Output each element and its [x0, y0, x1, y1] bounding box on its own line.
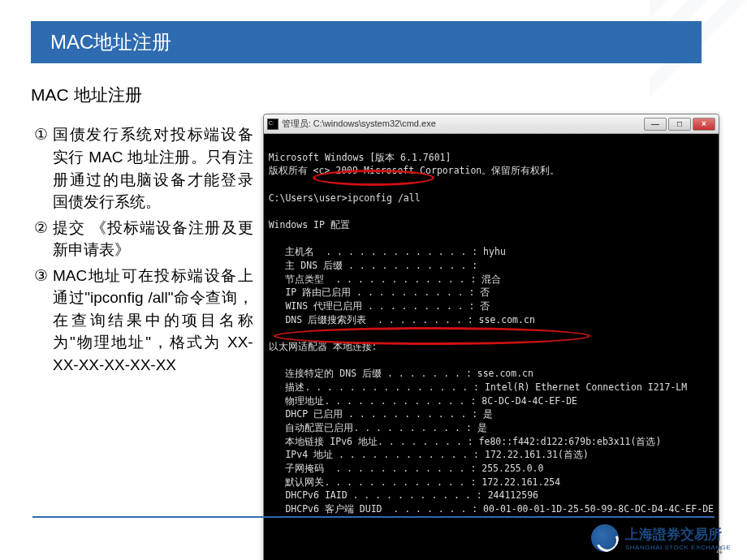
cmd-line: DNS 后缀搜索列表 . . . . . . . . : sse.com.cn [269, 314, 535, 325]
bullet-text: 国债发行系统对投标端设备实行 MAC 地址注册。只有注册通过的电脑设备才能登录国… [53, 123, 253, 213]
window-buttons: — □ × [644, 118, 715, 131]
cmd-line: 子网掩码 . . . . . . . . . . . . : 255.255.0… [269, 463, 544, 474]
bullet-text: MAC地址可在投标端设备上通过"ipconfig /all"命令查询，在查询结果… [53, 265, 253, 377]
page-number: 4 [716, 544, 723, 557]
cmd-line: 物理地址. . . . . . . . . . . . . : 8C-DC-D4… [269, 395, 577, 407]
highlight-oval-mac [274, 327, 590, 345]
cmd-body: Microsoft Windows [版本 6.1.7601] 版权所有 <c>… [264, 134, 719, 560]
cmd-line: 本地链接 IPv6 地址. . . . . . . . : fe80::f442… [269, 436, 662, 447]
close-button[interactable]: × [693, 118, 715, 131]
cmd-line: Windows IP 配置 [269, 219, 350, 230]
bullet-number: ② [34, 217, 48, 261]
maximize-button[interactable]: □ [668, 118, 691, 131]
sse-logo-icon [591, 524, 619, 552]
cmd-line: DHCPv6 IAID . . . . . . . . . . . : 2441… [269, 489, 538, 501]
cmd-line: 默认网关. . . . . . . . . . . . . : 172.22.1… [269, 476, 561, 488]
cmd-line: 描述. . . . . . . . . . . . . . . : Intel(… [269, 381, 688, 393]
org-name-cn: 上海證券交易所 [625, 525, 731, 544]
cmd-line: 自动配置已启用. . . . . . . . . . : 是 [269, 422, 487, 433]
bullet-item: ③ MAC地址可在投标端设备上通过"ipconfig /all"命令查询，在查询… [34, 265, 253, 377]
highlight-oval-command [313, 170, 434, 186]
cmd-line: 主机名 . . . . . . . . . . . . . : hyhu [269, 246, 506, 257]
logo-text: 上海證券交易所 SHANGHAI STOCK EXCHANGE [625, 525, 731, 551]
bullet-text: 提交 《投标端设备注册及更新申请表》 [53, 217, 253, 261]
footer-divider [32, 516, 715, 518]
cmd-line: DHCP 已启用 . . . . . . . . . . . : 是 [269, 408, 493, 420]
cmd-window: 管理员: C:\windows\system32\cmd.exe — □ × M… [263, 114, 719, 560]
cmd-window-title: 管理员: C:\windows\system32\cmd.exe [282, 118, 644, 130]
cmd-icon [267, 118, 279, 130]
org-name-en: SHANGHAI STOCK EXCHANGE [625, 544, 731, 551]
cmd-line: 主 DNS 后缀 . . . . . . . . . . . : [269, 260, 478, 271]
cmd-line: WINS 代理已启用 . . . . . . . . . : 否 [269, 300, 490, 312]
bullet-number: ① [34, 123, 48, 213]
section-heading: MAC 地址注册 [31, 83, 253, 107]
bullet-item: ② 提交 《投标端设备注册及更新申请表》 [34, 217, 253, 261]
cmd-line: Microsoft Windows [版本 6.1.7601] [269, 152, 451, 163]
content-area: MAC 地址注册 ① 国债发行系统对投标端设备实行 MAC 地址注册。只有注册通… [0, 63, 747, 560]
cmd-line: C:\Users\user>ipconfig /all [269, 192, 421, 204]
left-column: MAC 地址注册 ① 国债发行系统对投标端设备实行 MAC 地址注册。只有注册通… [31, 83, 253, 560]
slide-title: MAC地址注册 [50, 31, 171, 53]
cmd-line: DHCPv6 客户端 DUID . . . . . . . : 00-01-00… [269, 503, 714, 515]
cmd-line: IPv4 地址 . . . . . . . . . . . . : 172.22… [269, 449, 589, 460]
cmd-line: 连接特定的 DNS 后缀 . . . . . . . : sse.com.cn [269, 368, 533, 379]
bullet-number: ③ [34, 265, 48, 377]
footer-logo-block: 上海證券交易所 SHANGHAI STOCK EXCHANGE [591, 524, 731, 552]
slide-title-bar: MAC地址注册 [31, 21, 702, 63]
bullet-list: ① 国债发行系统对投标端设备实行 MAC 地址注册。只有注册通过的电脑设备才能登… [31, 123, 253, 376]
cmd-line: IP 路由已启用 . . . . . . . . . . : 否 [269, 286, 490, 298]
minimize-button[interactable]: — [644, 118, 667, 131]
bullet-item: ① 国债发行系统对投标端设备实行 MAC 地址注册。只有注册通过的电脑设备才能登… [34, 123, 253, 213]
cmd-titlebar: 管理员: C:\windows\system32\cmd.exe — □ × [264, 114, 719, 134]
right-column: 管理员: C:\windows\system32\cmd.exe — □ × M… [263, 83, 719, 560]
cmd-line: 节点类型 . . . . . . . . . . . . : 混合 [269, 274, 502, 285]
